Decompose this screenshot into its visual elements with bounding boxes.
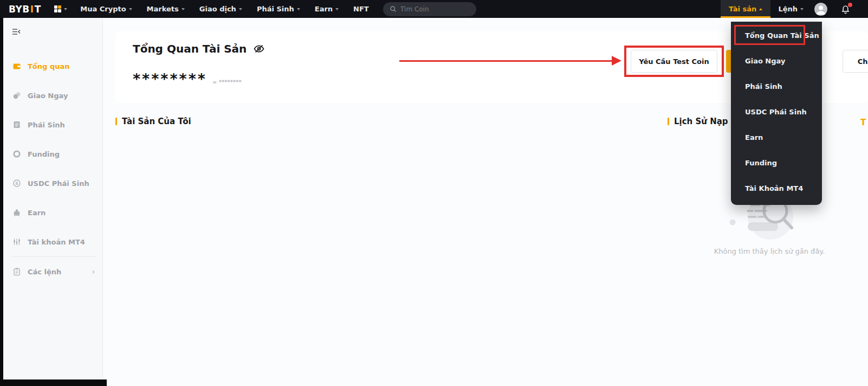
chevron-down-icon [297,8,300,10]
sidebar-item-label: Tài khoản MT4 [28,238,85,246]
nav-item-markets[interactable]: Markets [147,5,185,13]
nav-item-trade[interactable]: Giao dịch [199,5,242,13]
notifications-bell[interactable] [840,4,851,15]
sidebar-item-derivatives[interactable]: Phái Sinh [3,110,102,139]
sidebar-item-overview[interactable]: Tổng quan [3,52,102,81]
masked-approx-balance: ≈ ******** [212,79,242,85]
header-transfer-button[interactable]: Chuyển [843,50,868,73]
chevron-right-icon: › [92,267,95,276]
chevron-down-icon [335,8,339,10]
nav-label: Tài sản [729,5,756,13]
eye-off-icon[interactable] [253,43,265,55]
my-assets-heading: Tài Sản Của Tôi [115,117,191,126]
sidebar-menu: Tổng quan Giao Ngay Phái Sinh Funding S … [3,52,102,286]
coins-icon [12,91,21,100]
sidebar-collapse-icon[interactable] [12,28,21,36]
nav-label: NFT [353,5,369,13]
sidebar-item-usdc-perp[interactable]: S USDC Phái Sinh [3,169,102,198]
chevron-down-icon [239,8,242,10]
nav-item-orders[interactable]: Lệnh [778,5,804,13]
wallet-icon [12,62,21,70]
avatar[interactable] [814,3,827,16]
nav-label: Mua Crypto [80,5,126,13]
clipboard-icon [12,267,21,276]
dropdown-item-mt4[interactable]: Tài Khoản MT4 [731,176,822,201]
assets-dropdown-menu: Tổng Quan Tài Sản Giao Ngay Phái Sinh US… [731,22,822,205]
sidebar-item-label: Các lệnh [28,268,61,276]
svg-text:S: S [15,181,18,186]
contract-icon [12,120,21,129]
page-title: Tổng Quan Tài Sản [133,42,247,55]
heading-accent-bar [115,118,117,125]
nav-item-buy-crypto[interactable]: Mua Crypto [80,5,132,13]
nav-item-derivatives[interactable]: Phái Sinh [257,5,300,13]
sidebar: Tổng quan Giao Ngay Phái Sinh Funding S … [3,18,103,379]
section-title: Tài Sản Của Tôi [122,117,191,126]
sidebar-item-orders[interactable]: Các lệnh › [3,257,102,286]
sidebar-item-funding[interactable]: Funding [3,139,102,169]
heading-accent-bar [668,118,669,125]
nav-label: Giao dịch [199,5,236,13]
nav-right-cluster: Tài sản Lệnh [721,0,868,18]
nav-item-nft[interactable]: NFT [353,5,369,13]
nav-menu: Mua Crypto Markets Giao dịch Phái Sinh E… [80,5,369,13]
dropdown-item-usdc-perp[interactable]: USDC Phái Sinh [731,99,822,125]
nav-label: Phái Sinh [257,5,294,13]
sidebar-item-label: Giao Ngay [28,92,68,100]
chevron-down-icon [182,8,185,10]
sidebar-item-earn[interactable]: Earn [3,198,102,227]
dropdown-item-spot[interactable]: Giao Ngay [731,48,822,74]
request-test-coin-button[interactable]: Yêu Cầu Test Coin [631,50,717,73]
sidebar-item-label: USDC Phái Sinh [28,179,89,188]
nav-item-earn[interactable]: Earn [315,5,339,13]
masked-total-balance: ******** [133,72,207,86]
chevron-down-icon [64,8,67,10]
chevron-up-icon [759,8,762,10]
active-underline [721,16,770,18]
piggy-bank-icon [12,208,21,217]
top-nav: BYBIT Mua Crypto Markets Giao dịch Phái … [0,0,868,18]
nav-item-assets[interactable]: Tài sản [721,0,770,18]
chevron-down-icon [129,8,132,10]
sidebar-item-spot[interactable]: Giao Ngay [3,81,102,110]
deposit-history-heading: Lịch Sử Nạp [668,117,728,126]
dropdown-item-derivatives[interactable]: Phái Sinh [731,74,822,99]
search-input[interactable] [400,5,465,13]
nav-label: Markets [147,5,179,13]
window-bottom-edge [0,379,107,386]
nav-label: Earn [315,5,333,13]
dropdown-item-asset-overview[interactable]: Tổng Quan Tài Sản [731,23,822,48]
sidebar-item-label: Earn [28,209,46,217]
logo-text: BYB [9,4,30,15]
search-icon [390,5,397,12]
chevron-down-icon [800,8,804,10]
logo-text-2: T [35,4,41,15]
empty-history-text: Không tìm thấy lịch sử gần đây. [672,247,867,255]
coin-search-box[interactable] [383,2,476,16]
section-title: Lịch Sử Nạp [674,117,728,126]
funding-coin-icon [12,150,21,158]
nav-label: Lệnh [778,5,798,13]
notification-dot [848,3,852,7]
candlestick-icon [12,237,21,246]
history-more-link[interactable]: T [860,118,866,127]
dropdown-item-earn[interactable]: Earn [731,125,822,150]
sidebar-item-label: Tổng quan [28,62,69,70]
usdc-icon: S [12,179,21,188]
apps-grid-icon[interactable] [54,5,68,13]
sidebar-item-label: Phái Sinh [28,121,65,129]
dropdown-item-funding[interactable]: Funding [731,150,822,176]
sidebar-item-label: Funding [28,150,60,158]
bybit-logo[interactable]: BYBIT [9,4,41,15]
logo-accent: I [30,4,35,15]
sidebar-item-mt4[interactable]: Tài khoản MT4 [3,227,102,256]
